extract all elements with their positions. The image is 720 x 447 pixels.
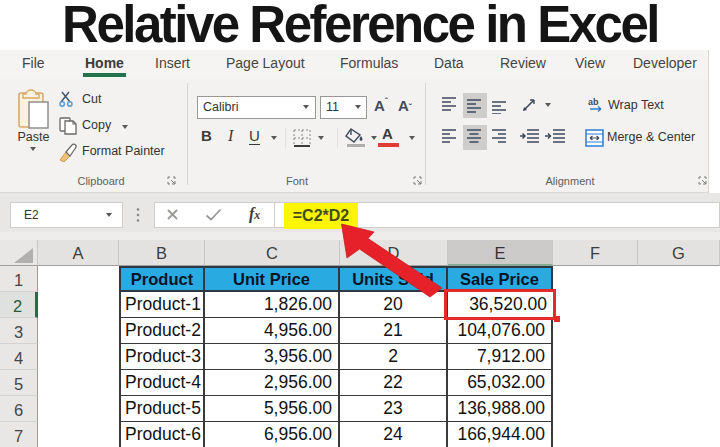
svg-text:ab: ab — [588, 97, 599, 107]
